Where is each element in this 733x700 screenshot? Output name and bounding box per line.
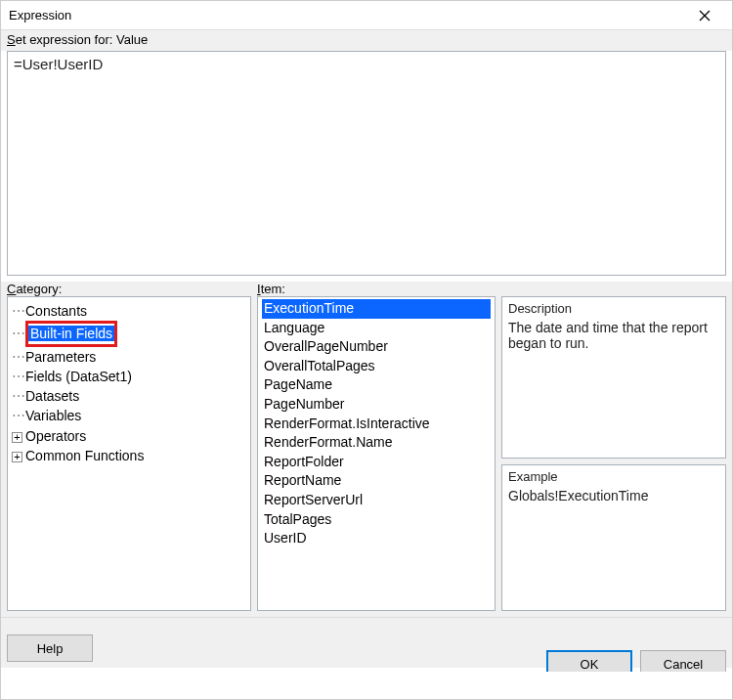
expression-input[interactable]: =User!UserID: [7, 51, 726, 276]
tree-item-label: Operators: [25, 428, 86, 444]
list-item[interactable]: PageNumber: [262, 395, 491, 415]
description-panel: Description The date and time that the r…: [501, 296, 726, 459]
tree-item-label: Constants: [25, 303, 87, 319]
example-text: Globals!ExecutionTime: [508, 488, 719, 503]
example-panel: Example Globals!ExecutionTime: [501, 464, 726, 611]
right-column: Description The date and time that the r…: [501, 296, 726, 611]
tree-dash-icon: ⋯: [12, 406, 25, 425]
tree-item[interactable]: ⋯Built-in Fields: [10, 321, 248, 346]
highlight-box: Built-in Fields: [25, 321, 117, 346]
tree-item[interactable]: ⋯Datasets: [10, 386, 248, 406]
list-item[interactable]: PageName: [262, 375, 491, 395]
window-title: Expression: [9, 8, 71, 22]
tree-item[interactable]: ⋯Fields (DataSet1): [10, 367, 248, 386]
expression-dialog: Expression Set expression for: Value =Us…: [0, 0, 733, 700]
tree-dash-icon: ⋯: [12, 347, 25, 367]
list-item[interactable]: Language: [262, 319, 491, 338]
description-title: Description: [508, 301, 719, 316]
tree-item-label: Datasets: [25, 388, 79, 404]
tree-dash-icon: ⋯: [12, 301, 25, 321]
description-text: The date and time that the report began …: [508, 320, 719, 351]
expand-icon[interactable]: +: [12, 452, 22, 462]
example-title: Example: [508, 469, 719, 484]
ok-button[interactable]: OK: [546, 650, 632, 672]
close-icon: [699, 10, 711, 22]
tree-item-label: Common Functions: [25, 448, 144, 463]
set-expression-label: Set expression for: Value: [1, 30, 732, 51]
list-item[interactable]: RenderFormat.IsInteractive: [262, 415, 491, 434]
list-item[interactable]: ReportFolder: [262, 453, 491, 472]
item-list[interactable]: ExecutionTimeLanguageOverallPageNumberOv…: [257, 296, 496, 611]
list-item[interactable]: OverallTotalPages: [262, 357, 491, 376]
tree-item[interactable]: ⋯Parameters: [10, 347, 248, 367]
list-item[interactable]: ReportServerUrl: [262, 491, 491, 510]
column-labels: Category: Item:: [1, 282, 732, 296]
tree-item[interactable]: +Common Functions: [10, 446, 248, 465]
list-item[interactable]: OverallPageNumber: [262, 337, 491, 357]
dialog-footer: Help OK Cancel: [1, 617, 732, 668]
tree-dash-icon: ⋯: [12, 324, 25, 343]
list-item[interactable]: UserID: [262, 529, 491, 548]
item-label: Item:: [257, 282, 501, 296]
tree-item[interactable]: ⋯Constants: [10, 301, 248, 321]
cancel-button[interactable]: Cancel: [640, 650, 726, 672]
list-item[interactable]: ExecutionTime: [262, 299, 491, 319]
tree-dash-icon: ⋯: [12, 367, 25, 386]
expand-icon[interactable]: +: [12, 432, 22, 443]
tree-item-label: Fields (DataSet1): [25, 369, 132, 384]
tree-item[interactable]: ⋯Variables: [10, 406, 248, 425]
category-tree[interactable]: ⋯Constants⋯Built-in Fields⋯Parameters⋯Fi…: [7, 296, 251, 611]
list-item[interactable]: TotalPages: [262, 510, 491, 530]
category-label: Category:: [7, 282, 257, 296]
tree-item-label: Variables: [25, 408, 81, 423]
tree-item[interactable]: +Operators: [10, 426, 248, 446]
tree-item-label: Built-in Fields: [28, 326, 114, 341]
help-button[interactable]: Help: [7, 634, 93, 662]
titlebar: Expression: [1, 1, 732, 30]
columns: ⋯Constants⋯Built-in Fields⋯Parameters⋯Fi…: [1, 296, 732, 617]
tree-dash-icon: ⋯: [12, 386, 25, 406]
tree-item-label: Parameters: [25, 349, 96, 365]
list-item[interactable]: RenderFormat.Name: [262, 433, 491, 453]
close-button[interactable]: [685, 2, 724, 29]
list-item[interactable]: ReportName: [262, 471, 491, 491]
